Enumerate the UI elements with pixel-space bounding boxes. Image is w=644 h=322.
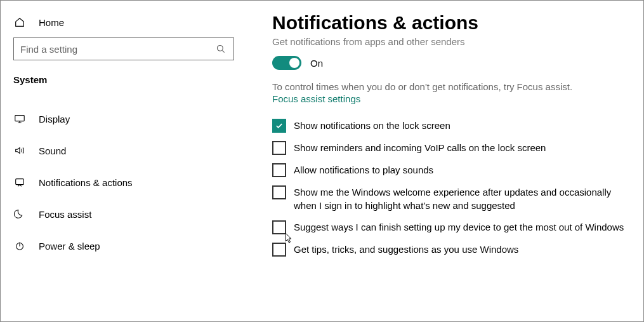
checkbox-row: Get tips, tricks, and suggestions as you… [272, 242, 624, 257]
sidebar-item-notifications[interactable]: Notifications & actions [13, 166, 223, 198]
svg-rect-2 [16, 179, 24, 185]
sidebar: Home System Display Sound [1, 1, 235, 321]
search-input[interactable] [20, 44, 214, 55]
sidebar-item-label: Sound [39, 145, 66, 156]
home-label: Home [39, 17, 64, 28]
checkbox-row: Show me the Windows welcome experience a… [272, 185, 624, 212]
focus-assist-link[interactable]: Focus assist settings [272, 93, 360, 104]
checkbox-row: Allow notifications to play sounds [272, 163, 624, 177]
moon-icon [13, 208, 26, 220]
category-header: System [13, 74, 223, 103]
main-content: Notifications & actions Get notification… [235, 1, 643, 321]
search-input-wrapper[interactable] [13, 37, 234, 60]
checkbox-label: Show reminders and incoming VoIP calls o… [294, 140, 546, 154]
display-icon [13, 112, 26, 125]
focus-assist-info: To control times when you do or don't ge… [272, 81, 624, 92]
svg-point-0 [217, 45, 223, 51]
notifications-icon [13, 176, 26, 189]
home-link[interactable]: Home [13, 12, 223, 37]
page-title: Notifications & actions [272, 12, 624, 34]
checkbox-label: Show me the Windows welcome experience a… [294, 185, 624, 212]
checkbox-label: Get tips, tricks, and suggestions as you… [294, 242, 518, 256]
checkbox-play-sounds[interactable] [272, 163, 286, 177]
checkbox-list: Show notifications on the lock screen Sh… [272, 118, 624, 257]
home-icon [13, 16, 26, 29]
search-icon [214, 43, 227, 55]
notifications-toggle[interactable] [272, 56, 301, 70]
checkbox-row: Suggest ways I can finish setting up my … [272, 220, 624, 234]
sidebar-item-focus-assist[interactable]: Focus assist [13, 198, 223, 230]
toggle-knob [289, 58, 299, 68]
checkbox-label: Suggest ways I can finish setting up my … [294, 220, 624, 234]
power-icon [13, 239, 26, 252]
checkbox-voip-reminders[interactable] [272, 141, 286, 155]
sidebar-item-label: Focus assist [39, 209, 91, 220]
checkbox-welcome-experience[interactable] [272, 185, 286, 199]
checkbox-row: Show notifications on the lock screen [272, 118, 624, 133]
sidebar-item-power-sleep[interactable]: Power & sleep [13, 230, 223, 262]
sound-icon [13, 144, 26, 157]
svg-rect-1 [15, 116, 24, 121]
sidebar-item-label: Display [39, 114, 70, 124]
checkbox-label: Allow notifications to play sounds [294, 163, 433, 177]
checkbox-lock-screen-notifications[interactable] [272, 119, 286, 133]
sidebar-item-label: Power & sleep [39, 241, 100, 252]
notifications-toggle-row: On [272, 56, 624, 70]
checkbox-finish-setup[interactable] [272, 220, 286, 234]
toggle-state-label: On [310, 58, 323, 69]
checkbox-label: Show notifications on the lock screen [294, 118, 450, 132]
sidebar-item-sound[interactable]: Sound [13, 135, 223, 166]
subheading: Get notifications from apps and other se… [272, 36, 624, 47]
checkbox-row: Show reminders and incoming VoIP calls o… [272, 140, 624, 155]
checkbox-tips-tricks[interactable] [272, 243, 286, 257]
sidebar-item-label: Notifications & actions [39, 177, 133, 188]
sidebar-item-display[interactable]: Display [13, 103, 223, 135]
